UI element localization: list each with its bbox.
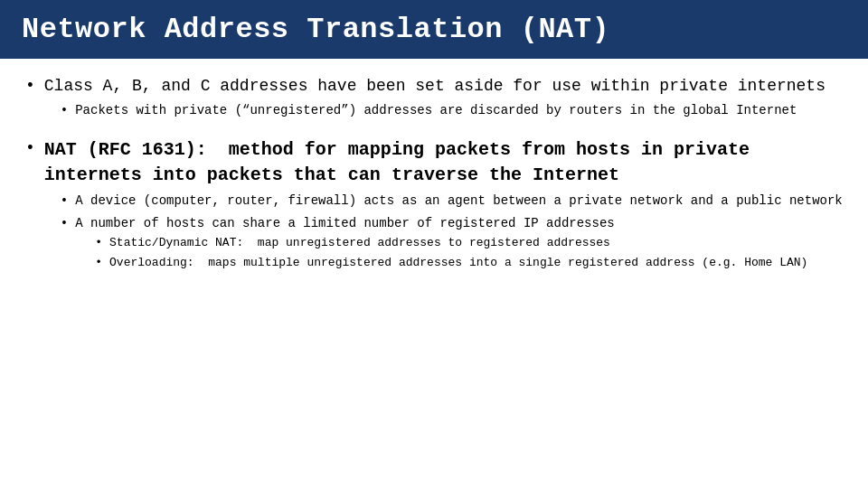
slide-title: Network Address Translation (NAT): [22, 13, 609, 46]
bullet-2-subsub-2-text: Overloading: maps multiple unregistered …: [109, 255, 807, 272]
bullet-2-sub-2-dot: •: [61, 216, 68, 230]
bullet-1-sub-1-dot: •: [61, 103, 68, 117]
bullet-2-subs: • A device (computer, router, firewall) …: [61, 192, 843, 274]
bullet-2-sub-1-dot: •: [61, 193, 68, 208]
bullet-2-subsub-2-dot: •: [95, 256, 102, 269]
bullet-2: • NAT (RFC 1631): method for mapping pac…: [25, 137, 843, 279]
bullet-2-text: NAT (RFC 1631): method for mapping packe…: [44, 141, 750, 184]
bullet-2-text-large: NAT (RFC 1631): method for mapping packe…: [44, 139, 750, 185]
bullet-2-sub-2: • A number of hosts can share a limited …: [61, 214, 843, 275]
bullet-2-subsub-2: • Overloading: maps multiple unregistere…: [95, 255, 807, 272]
bullet-1-sub-1-text: Packets with private (“unregistered”) ad…: [75, 101, 797, 119]
bullet-2-sub-2-text: A number of hosts can share a limited nu…: [75, 216, 615, 230]
content-area: • Class A, B, and C addresses have been …: [0, 59, 868, 488]
slide: Network Address Translation (NAT) • Clas…: [0, 0, 868, 488]
bullet-1-sub-1: • Packets with private (“unregistered”) …: [61, 101, 826, 119]
bullet-2-subsub-1-text: Static/Dynamic NAT: map unregistered add…: [109, 235, 610, 252]
bullet-2-subsub-1-dot: •: [95, 236, 102, 249]
bullet-2-dot: •: [25, 139, 35, 157]
bullet-2-subsub-1: • Static/Dynamic NAT: map unregistered a…: [95, 235, 807, 252]
bullet-1-dot: •: [25, 77, 35, 95]
bullet-2-sub-1-text: A device (computer, router, firewall) ac…: [75, 192, 843, 210]
bullet-1-subs: • Packets with private (“unregistered”) …: [61, 101, 826, 119]
bullet-1-text: Class A, B, and C addresses have been se…: [44, 77, 826, 95]
title-bar: Network Address Translation (NAT): [0, 0, 868, 59]
bullet-2-sub-1: • A device (computer, router, firewall) …: [61, 192, 843, 210]
bullet-2-sub-2-subsubs: • Static/Dynamic NAT: map unregistered a…: [95, 235, 807, 272]
bullet-1: • Class A, B, and C addresses have been …: [25, 75, 843, 125]
